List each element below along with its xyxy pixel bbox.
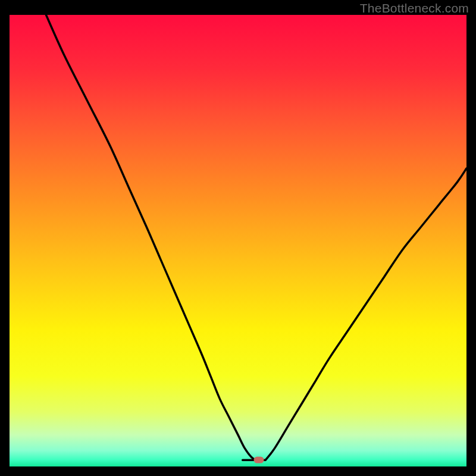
- chart-frame: TheBottleneck.com: [0, 0, 476, 476]
- plot-area: [10, 15, 466, 466]
- optimum-marker: [253, 457, 264, 464]
- watermark-text: TheBottleneck.com: [360, 1, 469, 15]
- bottleneck-curve: [10, 15, 466, 466]
